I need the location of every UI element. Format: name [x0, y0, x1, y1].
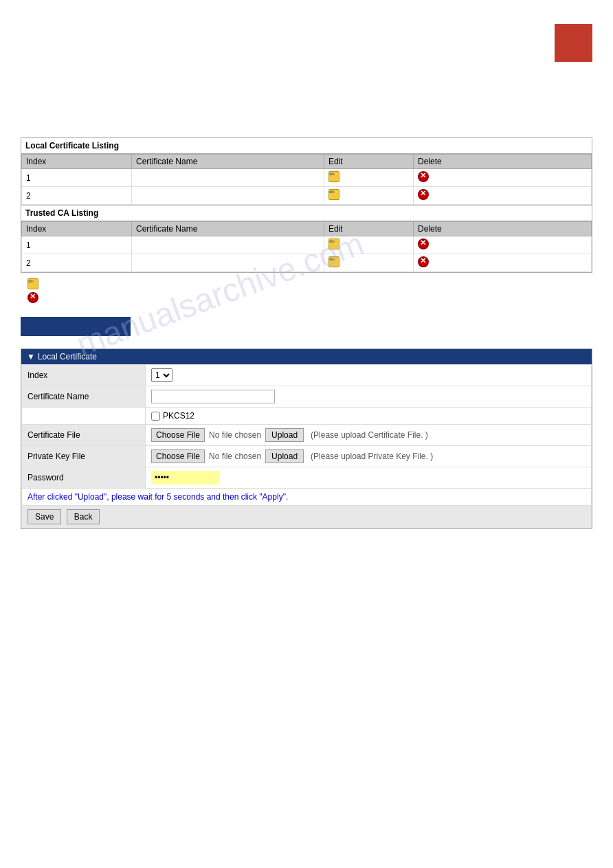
trusted-ca-row-2: 2 [22, 254, 592, 272]
cert-file-upload-button[interactable]: Upload [265, 428, 304, 442]
private-key-row: Private Key File Choose File No file cho… [22, 446, 592, 467]
save-button[interactable]: Save [27, 509, 61, 524]
local-edit-icon-1[interactable] [328, 171, 339, 182]
cert-file-cell: Choose File No file chosen Upload (Pleas… [146, 425, 592, 446]
info-cell: After clicked "Upload", please wait for … [22, 489, 592, 506]
private-key-input-wrapper: Choose File No file chosen Upload (Pleas… [151, 449, 586, 463]
password-cell [146, 467, 592, 489]
blue-action-button[interactable] [21, 317, 131, 336]
private-key-no-file-text: No file chosen [209, 452, 261, 461]
private-key-label: Private Key File [22, 446, 146, 467]
pkcs12-row: PKCS12 [22, 408, 592, 425]
trusted-ca-delete-1[interactable] [414, 236, 592, 254]
private-key-hint: (Please upload Private Key File. ) [311, 452, 433, 461]
local-cert-name-1 [132, 169, 324, 187]
local-cert-index-2: 2 [22, 187, 132, 205]
local-edit-icon-2[interactable] [328, 189, 339, 200]
certificate-tables: Local Certificate Listing Index Certific… [21, 137, 592, 273]
cert-file-choose-button[interactable]: Choose File [151, 428, 205, 442]
legend-delete-icon [27, 292, 38, 303]
trusted-edit-icon-1[interactable] [328, 238, 339, 249]
local-delete-icon-1[interactable] [418, 171, 429, 182]
pkcs12-text: PKCS12 [163, 411, 194, 421]
cert-name-label: Certificate Name [22, 386, 146, 408]
action-cell: Save Back [22, 506, 592, 528]
trusted-col-name: Certificate Name [132, 222, 324, 236]
local-cert-form-title: Local Certificate [38, 352, 97, 361]
legend-area [21, 278, 592, 303]
local-col-index: Index [22, 155, 132, 169]
password-label: Password [22, 467, 146, 489]
local-cert-form-section: ▼ Local Certificate Index 123 Certificat… [21, 348, 592, 529]
info-text: After clicked "Upload", please wait for … [27, 492, 288, 502]
red-corner-square [555, 24, 592, 62]
trusted-col-index: Index [22, 222, 132, 236]
index-cell: 123 [146, 365, 592, 386]
trusted-ca-name-2 [132, 254, 324, 272]
cert-file-input-wrapper: Choose File No file chosen Upload (Pleas… [151, 428, 586, 442]
action-row: Save Back [22, 506, 592, 528]
index-label: Index [22, 365, 146, 386]
pkcs12-checkbox[interactable] [151, 412, 160, 421]
local-col-name: Certificate Name [132, 155, 324, 169]
pkcs12-label[interactable]: PKCS12 [151, 411, 586, 421]
trusted-ca-table: Index Certificate Name Edit Delete 1 2 [21, 221, 592, 272]
local-cert-row-2: 2 [22, 187, 592, 205]
trusted-delete-icon-2[interactable] [418, 256, 429, 267]
trusted-ca-row-1: 1 [22, 236, 592, 254]
local-cert-section-title-bar: ▼ Local Certificate [21, 349, 592, 364]
trusted-ca-listing-header: Trusted CA Listing [21, 205, 592, 221]
cert-name-row: Certificate Name [22, 386, 592, 408]
local-cert-edit-1[interactable] [324, 169, 414, 187]
cert-file-hint: (Please upload Certificate File. ) [311, 430, 428, 440]
local-cert-index-1: 1 [22, 169, 132, 187]
trusted-ca-index-1: 1 [22, 236, 132, 254]
legend-delete [27, 292, 592, 303]
index-select[interactable]: 123 [151, 368, 172, 382]
pkcs12-empty-label [22, 408, 146, 425]
trusted-col-delete: Delete [414, 222, 592, 236]
cert-file-no-file-text: No file chosen [209, 430, 261, 440]
local-cert-delete-1[interactable] [414, 169, 592, 187]
password-row: Password [22, 467, 592, 489]
trusted-ca-edit-1[interactable] [324, 236, 414, 254]
private-key-upload-button[interactable]: Upload [265, 449, 304, 463]
cert-name-cell [146, 386, 592, 408]
cert-file-row: Certificate File Choose File No file cho… [22, 425, 592, 446]
legend-edit [27, 278, 592, 289]
cert-file-label: Certificate File [22, 425, 146, 446]
local-cert-delete-2[interactable] [414, 187, 592, 205]
local-cert-table: Index Certificate Name Edit Delete 1 2 [21, 154, 592, 205]
back-button[interactable]: Back [67, 509, 100, 524]
local-cert-row-1: 1 [22, 169, 592, 187]
trusted-col-edit: Edit [324, 222, 414, 236]
trusted-ca-delete-2[interactable] [414, 254, 592, 272]
password-input[interactable] [151, 471, 220, 485]
pkcs12-cell: PKCS12 [146, 408, 592, 425]
local-cert-listing-header: Local Certificate Listing [21, 138, 592, 154]
legend-edit-icon [27, 278, 38, 289]
index-row: Index 123 [22, 365, 592, 386]
cert-name-input[interactable] [151, 390, 275, 403]
trusted-edit-icon-2[interactable] [328, 256, 339, 267]
local-col-delete: Delete [414, 155, 592, 169]
local-col-edit: Edit [324, 155, 414, 169]
local-cert-name-2 [132, 187, 324, 205]
trusted-ca-name-1 [132, 236, 324, 254]
local-delete-icon-2[interactable] [418, 189, 429, 200]
trusted-ca-edit-2[interactable] [324, 254, 414, 272]
local-cert-form-table: Index 123 Certificate Name [21, 364, 592, 528]
trusted-delete-icon-1[interactable] [418, 238, 429, 249]
trusted-ca-index-2: 2 [22, 254, 132, 272]
collapse-icon: ▼ [27, 352, 35, 361]
local-cert-edit-2[interactable] [324, 187, 414, 205]
info-row: After clicked "Upload", please wait for … [22, 489, 592, 506]
private-key-cell: Choose File No file chosen Upload (Pleas… [146, 446, 592, 467]
private-key-choose-button[interactable]: Choose File [151, 449, 205, 463]
